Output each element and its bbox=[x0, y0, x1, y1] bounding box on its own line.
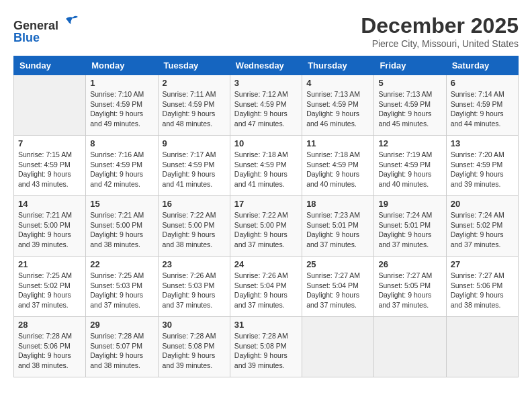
calendar-cell bbox=[14, 75, 86, 136]
week-row: 7Sunrise: 7:15 AM Sunset: 4:59 PM Daylig… bbox=[14, 136, 519, 196]
day-number: 22 bbox=[90, 259, 153, 269]
day-number: 17 bbox=[234, 199, 298, 209]
day-info: Sunrise: 7:15 AM Sunset: 4:59 PM Dayligh… bbox=[18, 150, 81, 189]
week-row: 21Sunrise: 7:25 AM Sunset: 5:02 PM Dayli… bbox=[14, 257, 519, 317]
calendar-cell: 2Sunrise: 7:11 AM Sunset: 4:59 PM Daylig… bbox=[158, 75, 230, 136]
calendar-body: 1Sunrise: 7:10 AM Sunset: 4:59 PM Daylig… bbox=[14, 75, 519, 377]
day-number: 27 bbox=[451, 259, 514, 269]
day-number: 26 bbox=[378, 259, 441, 269]
calendar-cell: 18Sunrise: 7:23 AM Sunset: 5:01 PM Dayli… bbox=[302, 196, 374, 257]
day-info: Sunrise: 7:10 AM Sunset: 4:59 PM Dayligh… bbox=[90, 89, 153, 129]
calendar-cell bbox=[446, 317, 518, 377]
day-info: Sunrise: 7:20 AM Sunset: 4:59 PM Dayligh… bbox=[451, 150, 514, 189]
day-info: Sunrise: 7:27 AM Sunset: 5:06 PM Dayligh… bbox=[451, 271, 514, 310]
calendar-cell: 19Sunrise: 7:24 AM Sunset: 5:01 PM Dayli… bbox=[374, 196, 446, 257]
day-info: Sunrise: 7:11 AM Sunset: 4:59 PM Dayligh… bbox=[163, 89, 226, 129]
calendar-cell: 30Sunrise: 7:28 AM Sunset: 5:08 PM Dayli… bbox=[158, 317, 230, 377]
day-info: Sunrise: 7:25 AM Sunset: 5:02 PM Dayligh… bbox=[18, 271, 81, 310]
calendar-cell: 1Sunrise: 7:10 AM Sunset: 4:59 PM Daylig… bbox=[86, 75, 158, 136]
day-info: Sunrise: 7:21 AM Sunset: 5:00 PM Dayligh… bbox=[18, 210, 81, 250]
day-number: 25 bbox=[306, 259, 369, 269]
calendar-cell: 17Sunrise: 7:22 AM Sunset: 5:00 PM Dayli… bbox=[230, 196, 302, 257]
calendar-table: SundayMondayTuesdayWednesdayThursdayFrid… bbox=[13, 56, 519, 377]
day-info: Sunrise: 7:16 AM Sunset: 4:59 PM Dayligh… bbox=[90, 150, 153, 189]
logo: General Blue bbox=[13, 13, 79, 45]
month-title: December 2025 bbox=[361, 13, 519, 38]
calendar-cell: 28Sunrise: 7:28 AM Sunset: 5:06 PM Dayli… bbox=[14, 317, 86, 377]
day-number: 12 bbox=[378, 138, 441, 148]
calendar-cell: 24Sunrise: 7:26 AM Sunset: 5:04 PM Dayli… bbox=[230, 257, 302, 317]
day-info: Sunrise: 7:18 AM Sunset: 4:59 PM Dayligh… bbox=[306, 150, 369, 189]
day-info: Sunrise: 7:27 AM Sunset: 5:04 PM Dayligh… bbox=[306, 271, 369, 310]
day-number: 15 bbox=[90, 199, 153, 209]
day-info: Sunrise: 7:28 AM Sunset: 5:08 PM Dayligh… bbox=[234, 331, 298, 371]
day-info: Sunrise: 7:23 AM Sunset: 5:01 PM Dayligh… bbox=[306, 210, 369, 250]
header-cell-monday: Monday bbox=[86, 56, 158, 75]
calendar-cell: 12Sunrise: 7:19 AM Sunset: 4:59 PM Dayli… bbox=[374, 136, 446, 196]
day-number: 4 bbox=[306, 78, 369, 88]
day-info: Sunrise: 7:28 AM Sunset: 5:08 PM Dayligh… bbox=[163, 331, 226, 371]
week-row: 28Sunrise: 7:28 AM Sunset: 5:06 PM Dayli… bbox=[14, 317, 519, 377]
day-info: Sunrise: 7:28 AM Sunset: 5:07 PM Dayligh… bbox=[90, 331, 153, 371]
calendar-cell: 21Sunrise: 7:25 AM Sunset: 5:02 PM Dayli… bbox=[14, 257, 86, 317]
day-number: 6 bbox=[451, 78, 514, 88]
calendar-cell: 16Sunrise: 7:22 AM Sunset: 5:00 PM Dayli… bbox=[158, 196, 230, 257]
calendar-cell: 14Sunrise: 7:21 AM Sunset: 5:00 PM Dayli… bbox=[14, 196, 86, 257]
day-number: 2 bbox=[163, 78, 226, 88]
title-section: December 2025 Pierce City, Missouri, Uni… bbox=[361, 13, 519, 49]
calendar-cell: 7Sunrise: 7:15 AM Sunset: 4:59 PM Daylig… bbox=[14, 136, 86, 196]
day-number: 10 bbox=[234, 138, 298, 148]
header-cell-wednesday: Wednesday bbox=[230, 56, 302, 75]
day-number: 21 bbox=[18, 259, 81, 269]
day-info: Sunrise: 7:24 AM Sunset: 5:02 PM Dayligh… bbox=[451, 210, 514, 250]
day-number: 31 bbox=[234, 320, 298, 330]
calendar-cell: 25Sunrise: 7:27 AM Sunset: 5:04 PM Dayli… bbox=[302, 257, 374, 317]
calendar-cell: 22Sunrise: 7:25 AM Sunset: 5:03 PM Dayli… bbox=[86, 257, 158, 317]
day-number: 8 bbox=[90, 138, 153, 148]
calendar-cell: 13Sunrise: 7:20 AM Sunset: 4:59 PM Dayli… bbox=[446, 136, 518, 196]
day-info: Sunrise: 7:14 AM Sunset: 4:59 PM Dayligh… bbox=[451, 89, 514, 129]
calendar-cell: 6Sunrise: 7:14 AM Sunset: 4:59 PM Daylig… bbox=[446, 75, 518, 136]
day-number: 24 bbox=[234, 259, 298, 269]
day-info: Sunrise: 7:25 AM Sunset: 5:03 PM Dayligh… bbox=[90, 271, 153, 310]
day-number: 28 bbox=[18, 320, 81, 330]
calendar-cell: 3Sunrise: 7:12 AM Sunset: 4:59 PM Daylig… bbox=[230, 75, 302, 136]
day-info: Sunrise: 7:24 AM Sunset: 5:01 PM Dayligh… bbox=[378, 210, 441, 250]
header-cell-saturday: Saturday bbox=[446, 56, 518, 75]
week-row: 14Sunrise: 7:21 AM Sunset: 5:00 PM Dayli… bbox=[14, 196, 519, 257]
calendar-header: SundayMondayTuesdayWednesdayThursdayFrid… bbox=[14, 56, 519, 75]
calendar-cell: 31Sunrise: 7:28 AM Sunset: 5:08 PM Dayli… bbox=[230, 317, 302, 377]
calendar-cell: 11Sunrise: 7:18 AM Sunset: 4:59 PM Dayli… bbox=[302, 136, 374, 196]
header-cell-sunday: Sunday bbox=[14, 56, 86, 75]
day-info: Sunrise: 7:18 AM Sunset: 4:59 PM Dayligh… bbox=[234, 150, 298, 189]
day-number: 23 bbox=[163, 259, 226, 269]
day-info: Sunrise: 7:26 AM Sunset: 5:03 PM Dayligh… bbox=[163, 271, 226, 310]
day-number: 11 bbox=[306, 138, 369, 148]
page-header: General Blue December 2025 Pierce City, … bbox=[13, 13, 519, 49]
header-row: SundayMondayTuesdayWednesdayThursdayFrid… bbox=[14, 56, 519, 75]
day-number: 7 bbox=[18, 138, 81, 148]
calendar-cell bbox=[302, 317, 374, 377]
day-info: Sunrise: 7:13 AM Sunset: 4:59 PM Dayligh… bbox=[306, 89, 369, 129]
header-cell-thursday: Thursday bbox=[302, 56, 374, 75]
location-title: Pierce City, Missouri, United States bbox=[361, 38, 519, 49]
day-number: 16 bbox=[163, 199, 226, 209]
day-number: 13 bbox=[451, 138, 514, 148]
calendar-cell: 20Sunrise: 7:24 AM Sunset: 5:02 PM Dayli… bbox=[446, 196, 518, 257]
day-number: 9 bbox=[163, 138, 226, 148]
calendar-cell: 5Sunrise: 7:13 AM Sunset: 4:59 PM Daylig… bbox=[374, 75, 446, 136]
calendar-cell: 8Sunrise: 7:16 AM Sunset: 4:59 PM Daylig… bbox=[86, 136, 158, 196]
day-number: 18 bbox=[306, 199, 369, 209]
calendar-cell: 10Sunrise: 7:18 AM Sunset: 4:59 PM Dayli… bbox=[230, 136, 302, 196]
day-info: Sunrise: 7:22 AM Sunset: 5:00 PM Dayligh… bbox=[234, 210, 298, 250]
logo-bird-icon bbox=[63, 13, 79, 30]
day-info: Sunrise: 7:28 AM Sunset: 5:06 PM Dayligh… bbox=[18, 331, 81, 371]
day-info: Sunrise: 7:13 AM Sunset: 4:59 PM Dayligh… bbox=[378, 89, 441, 129]
header-cell-tuesday: Tuesday bbox=[158, 56, 230, 75]
day-number: 19 bbox=[378, 199, 441, 209]
day-info: Sunrise: 7:21 AM Sunset: 5:00 PM Dayligh… bbox=[90, 210, 153, 250]
day-number: 14 bbox=[18, 199, 81, 209]
day-info: Sunrise: 7:27 AM Sunset: 5:05 PM Dayligh… bbox=[378, 271, 441, 310]
day-number: 1 bbox=[90, 78, 153, 88]
day-info: Sunrise: 7:26 AM Sunset: 5:04 PM Dayligh… bbox=[234, 271, 298, 310]
